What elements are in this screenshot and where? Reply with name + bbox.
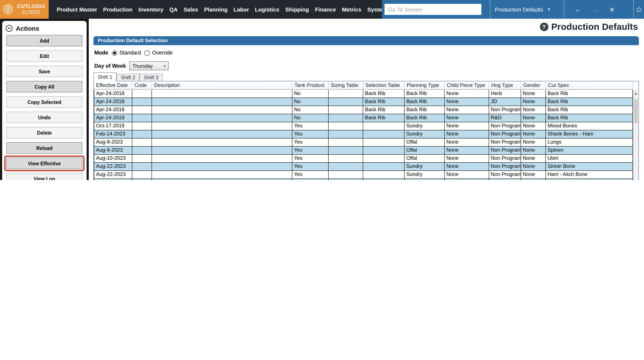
cell-tank-product[interactable]: Yes <box>292 155 328 163</box>
cell-planning-type[interactable]: Sundry <box>404 171 445 179</box>
action-undo-button[interactable]: Undo <box>6 112 82 123</box>
menu-item-planning[interactable]: Planning <box>201 6 231 12</box>
cell-gender[interactable]: None <box>521 171 546 179</box>
cell-gender[interactable]: None <box>521 163 546 171</box>
cell-cut-spec[interactable]: Back Rib <box>546 98 633 106</box>
action-add-button[interactable]: Add <box>6 35 82 46</box>
cell-child-piece-type[interactable]: None <box>445 122 489 130</box>
go-to-screen-input[interactable] <box>384 4 482 15</box>
screen-selector-dropdown[interactable]: Production Defaults ▼ <box>490 6 555 12</box>
close-icon[interactable]: ✕ <box>609 6 614 12</box>
cell-code[interactable] <box>132 155 152 163</box>
cell-planning-type[interactable]: Back Rib <box>404 114 445 122</box>
column-header-description[interactable]: Description <box>152 81 292 89</box>
menu-item-logistics[interactable]: Logistics <box>252 6 282 12</box>
collapse-panel-icon[interactable] <box>6 25 13 32</box>
cell-child-piece-type[interactable]: None <box>445 147 489 155</box>
cell-description[interactable] <box>152 130 292 139</box>
menu-item-inventory[interactable]: Inventory <box>136 6 166 12</box>
cell-hog-type[interactable]: R&D <box>489 114 521 122</box>
cell-description[interactable] <box>152 147 292 155</box>
cell-effective-date[interactable]: Aug-22-2023 <box>94 179 132 180</box>
menu-item-shipping[interactable]: Shipping <box>282 6 312 12</box>
cell-hog-type[interactable]: Non Program <box>489 147 521 155</box>
cell-sizing-table[interactable] <box>328 179 363 180</box>
cell-description[interactable] <box>152 139 292 147</box>
cell-effective-date[interactable]: Apr-24-2018 <box>94 106 132 114</box>
cell-selection-table[interactable]: Back Rib <box>363 98 404 106</box>
cell-planning-type[interactable]: Back Rib <box>404 106 445 114</box>
cell-effective-date[interactable]: Apr-24-2018 <box>94 98 132 106</box>
cell-effective-date[interactable]: Oct-17-2019 <box>94 122 132 130</box>
cell-cut-spec[interactable]: Mixed Bones <box>546 122 633 130</box>
action-delete-button[interactable]: Delete <box>6 127 82 139</box>
table-row[interactable]: Apr-24-2018NoBack RibBack RibNoneNon Pro… <box>94 106 633 114</box>
cell-selection-table[interactable] <box>363 163 404 171</box>
action-view-effective-button[interactable]: View Effective <box>6 158 82 169</box>
column-header-effective-date[interactable]: Effective Date <box>94 81 132 89</box>
cell-gender[interactable]: None <box>521 122 546 130</box>
cell-sizing-table[interactable] <box>328 155 363 163</box>
cell-selection-table[interactable]: Back Rib <box>363 114 404 122</box>
table-row[interactable]: Aug-9-2023YesOffalNoneNon ProgramNoneLun… <box>94 139 633 147</box>
action-view-log-button[interactable]: View Log <box>6 173 82 180</box>
cell-planning-type[interactable]: Offal <box>404 139 445 147</box>
cell-hog-type[interactable]: Herb <box>489 90 521 98</box>
menu-item-labor[interactable]: Labor <box>230 6 252 12</box>
cell-code[interactable] <box>132 114 152 122</box>
back-icon[interactable]: ← <box>574 6 582 13</box>
cell-hog-type[interactable]: Non Program <box>489 130 521 139</box>
cell-tank-product[interactable]: No <box>292 106 328 114</box>
cell-cut-spec[interactable]: Back Rib <box>546 106 633 114</box>
cell-sizing-table[interactable] <box>328 139 363 147</box>
cell-description[interactable] <box>152 122 292 130</box>
menu-item-product-master[interactable]: Product Master <box>54 6 100 12</box>
cell-effective-date[interactable]: Aug-22-2023 <box>94 171 132 179</box>
column-header-selection-table[interactable]: Selection Table <box>363 81 404 89</box>
cell-cut-spec[interactable]: Back Rib <box>546 114 633 122</box>
cell-tank-product[interactable]: Yes <box>292 163 328 171</box>
cell-hog-type[interactable]: Non Program <box>489 139 521 147</box>
cell-code[interactable] <box>132 122 152 130</box>
cell-cut-spec[interactable]: Uteri <box>546 155 633 163</box>
action-reload-button[interactable]: Reload <box>6 142 82 154</box>
day-of-week-select[interactable]: Thursday ▾ <box>129 61 168 70</box>
cell-planning-type[interactable]: Offal <box>404 155 445 163</box>
cell-code[interactable] <box>132 171 152 179</box>
cell-code[interactable] <box>132 98 152 106</box>
column-header-tank-product[interactable]: Tank Product <box>292 81 328 89</box>
vertical-scrollbar-thumb[interactable] <box>634 99 638 123</box>
cell-hog-type[interactable]: JD <box>489 98 521 106</box>
cell-cut-spec[interactable]: Blade Bone <box>546 179 633 180</box>
cell-tank-product[interactable]: No <box>292 114 328 122</box>
cell-selection-table[interactable]: Back Rib <box>363 90 404 98</box>
cell-code[interactable] <box>132 106 152 114</box>
cell-child-piece-type[interactable]: None <box>445 155 489 163</box>
cell-tank-product[interactable]: Yes <box>292 147 328 155</box>
cell-code[interactable] <box>132 147 152 155</box>
cell-selection-table[interactable] <box>363 171 404 179</box>
tab-shift-1[interactable]: Shift 1 <box>94 72 116 81</box>
cell-cut-spec[interactable]: Shank Bones - Ham <box>546 130 633 139</box>
column-header-child-piece-type[interactable]: Child Piece Type <box>445 81 489 89</box>
menu-item-sales[interactable]: Sales <box>181 6 201 12</box>
cell-gender[interactable]: None <box>521 98 546 106</box>
cell-code[interactable] <box>132 130 152 139</box>
cell-effective-date[interactable]: Apr-24-2018 <box>94 90 132 98</box>
cell-planning-type[interactable]: Sundry <box>404 163 445 171</box>
cell-tank-product[interactable]: Yes <box>292 179 328 180</box>
cell-hog-type[interactable]: Non Program <box>489 122 521 130</box>
cell-effective-date[interactable]: Aug-10-2023 <box>94 155 132 163</box>
cell-selection-table[interactable]: Back Rib <box>363 106 404 114</box>
action-copy-all-button[interactable]: Copy All <box>6 81 82 92</box>
mode-radio-override[interactable]: Override <box>144 50 173 56</box>
cell-hog-type[interactable]: Non Program <box>489 163 521 171</box>
cell-sizing-table[interactable] <box>328 130 363 139</box>
action-copy-selected-button[interactable]: Copy Selected <box>6 96 82 108</box>
cell-gender[interactable]: None <box>521 106 546 114</box>
cell-effective-date[interactable]: Feb-14-2023 <box>94 130 132 139</box>
table-row[interactable]: Apr-24-2018NoBack RibBack RibNoneJDNoneB… <box>94 98 633 106</box>
cell-hog-type[interactable]: Non Program <box>489 171 521 179</box>
cell-child-piece-type[interactable]: None <box>445 179 489 180</box>
table-row[interactable]: Aug-22-2023YesSundryNoneNon ProgramNoneB… <box>94 179 633 180</box>
